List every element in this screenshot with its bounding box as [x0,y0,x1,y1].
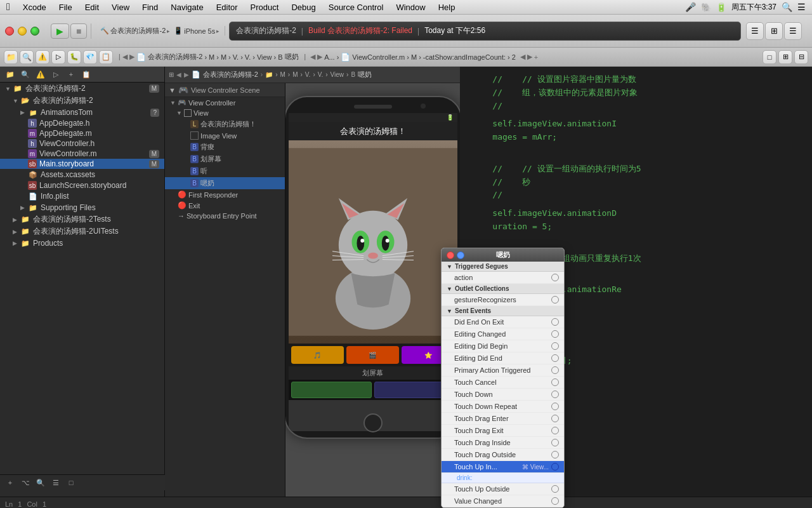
stop-button[interactable]: ■ [70,23,87,39]
bc-plus[interactable]: + [534,53,538,61]
tree-assets[interactable]: 📦 Assets.xcassets [0,169,164,180]
menu-source-control[interactable]: Source Control [322,3,390,12]
tree-appdel-h[interactable]: h AppDelegate.h [0,118,164,128]
scene-imageview[interactable]: Image View [165,130,285,141]
bc-back[interactable]: ◀ [122,53,128,61]
search-icon[interactable]: 🔍 [782,2,792,12]
folder-nav-icon[interactable]: 📁 [4,50,18,64]
test-nav-icon[interactable]: ▷ [51,50,65,64]
sidebar-btn-6[interactable]: 📋 [80,68,93,81]
scene-view[interactable]: ▼ View [165,108,285,118]
bc-more-back[interactable]: ◀ [520,53,525,61]
popup-event-11[interactable]: Touch Drag Outside [442,449,564,461]
bc-m1[interactable]: M [209,53,214,61]
popup-event-4[interactable]: Primary Action Triggered [442,364,564,377]
sb-b-icon[interactable]: B [351,71,355,78]
sidebar-list-btn[interactable]: ☰ [49,476,62,489]
popup-event-8[interactable]: Touch Drag Enter [442,413,564,425]
tree-tests[interactable]: ▶ 📁 会表演的汤姆猫-2Tests [0,213,164,225]
menu-view[interactable]: View [105,3,136,12]
scene-btn4[interactable]: B 嗯奶 [165,177,285,189]
scene-label[interactable]: L 会表演的汤姆猫！ [165,118,285,130]
popup-action-item[interactable]: action [442,272,564,284]
menu-xcode[interactable]: Xcode [16,3,53,12]
popup-event-6[interactable]: Touch Down [442,389,564,401]
popup-event-7[interactable]: Touch Down Repeat [442,401,564,413]
popup-event-5[interactable]: Touch Cancel [442,377,564,389]
inspector-toggle[interactable]: ☰ [784,22,802,40]
sidebar-btn-4[interactable]: ▷ [49,68,62,81]
bc-b[interactable]: B [278,53,282,61]
tree-products[interactable]: ▶ 📁 Products [0,237,164,249]
sb-icon2[interactable]: M [280,71,285,78]
issues-nav-icon[interactable]: ⚠️ [36,50,49,64]
code-filename[interactable]: ViewController.m [352,53,405,61]
bc-view[interactable]: View [257,53,272,61]
sb-icon4[interactable]: V. [305,71,311,78]
sb-view-label[interactable]: View [331,71,344,78]
tree-vc-m[interactable]: m ViewController.m M [0,149,164,159]
assistant-editor-btn[interactable]: ⊞ [778,50,792,64]
code-forward[interactable]: ▶ [317,53,322,61]
menu-debug[interactable]: Debug [285,3,322,12]
sidebar-extra-btn[interactable]: □ [65,476,77,489]
bc-forward[interactable]: ▶ [129,53,134,61]
tree-animations[interactable]: ▶ 📁 AnimationsTom ? [0,107,164,118]
popup-expand-btn[interactable] [457,251,464,259]
sidebar-btn-1[interactable]: 📁 [4,68,16,81]
sidebar-btn-3[interactable]: ⚠️ [34,68,47,81]
screen-btn-2[interactable]: 🎬 [346,346,399,364]
tree-plist[interactable]: 📄 Info.plist [0,190,164,202]
menu-extras-icon[interactable]: ☰ [797,2,806,12]
bc-mumma[interactable]: 嗯奶 [285,52,299,62]
breakpoints-nav-icon[interactable]: 💎 [83,50,97,64]
sb-layout-icon[interactable]: ⊞ [169,71,174,78]
sb-forward-btn[interactable]: ▶ [184,71,189,78]
sb-icon3[interactable]: M [292,71,298,78]
code-m[interactable]: M [411,53,417,61]
version-editor-btn[interactable]: ⊟ [794,50,808,64]
popup-event-9[interactable]: Touch Drag Exit [442,425,564,437]
run-button[interactable]: ▶ [51,23,69,39]
menu-editor[interactable]: Editor [210,3,244,12]
debug-toggle[interactable]: ⊞ [765,22,783,40]
popup-event-10[interactable]: Touch Drag Inside [442,437,564,449]
sidebar-btn-2[interactable]: 🔍 [19,68,32,81]
reports-nav-icon[interactable]: 📋 [99,50,113,64]
debug-nav-icon[interactable]: 🐛 [67,50,81,64]
tree-appdel-m[interactable]: m AppDelegate.m [0,128,164,138]
menu-edit[interactable]: Edit [79,3,105,12]
bc-v1[interactable]: V. [233,53,239,61]
navigator-toggle[interactable]: ☰ [746,22,764,40]
popup-event-13[interactable]: Touch Up Outside [442,483,564,495]
apple-menu[interactable]:  [0,1,16,13]
sb-icon1[interactable]: 📁 [265,71,273,78]
source-nav-icon[interactable]: 🔍 [20,50,34,64]
scene-btn1[interactable]: B 背痠 [165,141,285,153]
scheme-selector[interactable]: 🔨 会表演的汤姆猫-2 ▸ 📱 iPhone 5s ▸ [95,26,225,36]
scene-btn2[interactable]: B 划屏幕 [165,153,285,165]
menu-help[interactable]: Help [432,3,462,12]
tree-launch-sb[interactable]: sb LaunchScreen.storyboard [0,180,164,190]
standard-editor-btn[interactable]: □ [763,50,776,64]
scene-exit[interactable]: 🔴 Exit [165,200,285,211]
sb-back-btn[interactable]: ◀ [176,71,181,78]
scene-vc[interactable]: ▼ 🎮 View Controller [165,97,285,108]
bc-v2[interactable]: V. [245,53,251,61]
tree-group-main[interactable]: ▼ 📂 会表演的汤姆猫-2 [0,95,164,107]
sb-icon5[interactable]: V. [318,71,324,78]
sb-mumma-label[interactable]: 嗯奶 [358,70,372,79]
popup-event-1[interactable]: Editing Changed [442,328,564,340]
sidebar-btn-5[interactable]: + [65,68,77,81]
popup-event-14[interactable]: Value Changed [442,495,564,507]
filter-btn[interactable]: ⌥ [19,476,32,489]
minimize-button[interactable] [18,27,27,36]
code-back[interactable]: ◀ [310,53,315,61]
menu-window[interactable]: Window [390,3,431,12]
close-button[interactable] [5,27,14,36]
add-file-btn[interactable]: + [4,476,16,489]
bc-more-forward[interactable]: ▶ [527,53,532,61]
tree-project[interactable]: ▼ 📁 会表演的汤姆猫-2 M [0,83,164,95]
tree-vc-h[interactable]: h ViewController.h [0,138,164,149]
scene-view-controller-header[interactable]: ▼ 🎮 View Controller Scene [165,83,285,97]
